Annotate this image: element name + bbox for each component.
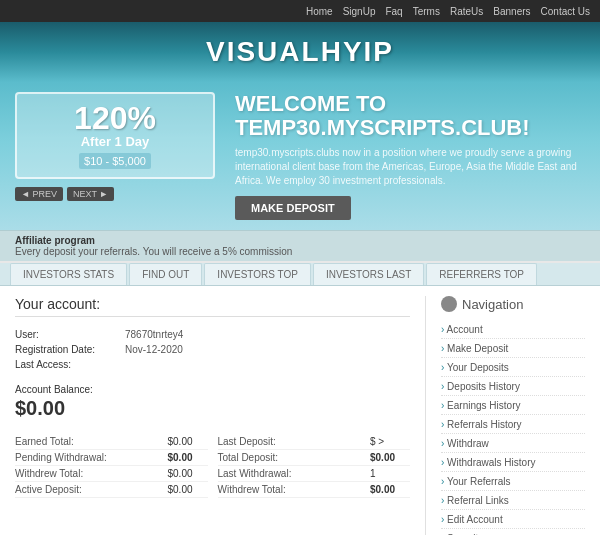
site-logo: VISUALHYIP	[206, 36, 394, 68]
tabs-bar: INVESTORS STATS FIND OUT INVESTORS TOP I…	[0, 263, 600, 286]
nav-link-account[interactable]: Account	[441, 324, 483, 335]
nav-item-account[interactable]: Account	[441, 320, 585, 339]
affiliate-bar: Affiliate program Every deposit your ref…	[0, 230, 600, 261]
nav-item-earningshistory[interactable]: Earnings History	[441, 396, 585, 415]
tab-investors-top[interactable]: INVESTORS TOP	[204, 263, 311, 285]
stat-earned: Earned Total: $0.00	[15, 434, 208, 450]
site-header: VISUALHYIP	[0, 22, 600, 82]
hero-section: 120% After 1 Day $10 - $5,000 ◄ PREV NEX…	[0, 82, 600, 230]
stat-lastdeposit-value: $ >	[370, 436, 410, 447]
stat-active-value: $0.00	[168, 484, 208, 495]
next-button[interactable]: NEXT ►	[67, 187, 114, 201]
stat-withdrew-total-label: Withdrew Total:	[218, 484, 371, 495]
nav-home[interactable]: Home	[306, 6, 333, 17]
user-value: 78670tnrtey4	[125, 327, 410, 342]
lastaccess-value	[125, 357, 410, 372]
tab-investors-last[interactable]: INVESTORS LAST	[313, 263, 424, 285]
nav-link-earningshistory[interactable]: Earnings History	[441, 400, 520, 411]
regdate-row: Registration Date: Nov-12-2020	[15, 342, 410, 357]
make-deposit-button[interactable]: MAKE DEPOSIT	[235, 196, 351, 220]
stat-pending: Pending Withdrawal: $0.00	[15, 450, 208, 466]
stat-lastwithdrawal-label: Last Withdrawal:	[218, 468, 371, 479]
nav-link-referralshistory[interactable]: Referrals History	[441, 419, 522, 430]
lastaccess-label: Last Access:	[15, 357, 125, 372]
stat-pending-label: Pending Withdrawal:	[15, 452, 168, 463]
affiliate-title: Affiliate program	[15, 235, 585, 246]
affiliate-desc: Every deposit your referrals. You will r…	[15, 246, 292, 257]
welcome-title: WELCOME TO TEMP30.MYSCRIPTS.CLUB!	[235, 92, 585, 140]
stat-withdrew-total-value: $0.00	[370, 484, 410, 495]
stats-right: Last Deposit: $ > Total Deposit: $0.00 L…	[218, 434, 411, 498]
top-navigation: Home SignUp Faq Terms RateUs Banners Con…	[0, 0, 600, 22]
nav-item-withdraw[interactable]: Withdraw	[441, 434, 585, 453]
nav-item-referralshistory[interactable]: Referrals History	[441, 415, 585, 434]
stats-left: Earned Total: $0.00 Pending Withdrawal: …	[15, 434, 208, 498]
nav-item-withdrawalshistory[interactable]: Withdrawals History	[441, 453, 585, 472]
navigation-title: Navigation	[462, 297, 523, 312]
stats-section: Earned Total: $0.00 Pending Withdrawal: …	[15, 434, 410, 498]
account-info: User: 78670tnrtey4 Registration Date: No…	[15, 327, 410, 372]
nav-link-referrallinks[interactable]: Referral Links	[441, 495, 509, 506]
nav-link-editaccount[interactable]: Edit Account	[441, 514, 503, 525]
stat-withdrew-label: Withdrew Total:	[15, 468, 168, 479]
stat-earned-value: $0.00	[168, 436, 208, 447]
regdate-label: Registration Date:	[15, 342, 125, 357]
nav-link-depositshistory[interactable]: Deposits History	[441, 381, 520, 392]
stat-withdrew-total: Withdrew Total: $0.00	[218, 482, 411, 498]
stat-active: Active Deposit: $0.00	[15, 482, 208, 498]
stat-lastwithdrawal: Last Withdrawal: 1	[218, 466, 411, 482]
nav-contact[interactable]: Contact Us	[541, 6, 590, 17]
stat-lastdeposit-label: Last Deposit:	[218, 436, 371, 447]
nav-link-withdraw[interactable]: Withdraw	[441, 438, 489, 449]
balance-label: Account Balance:	[15, 384, 410, 395]
nav-link-withdrawalshistory[interactable]: Withdrawals History	[441, 457, 535, 468]
rate-percent: 120%	[27, 102, 203, 134]
tab-referrers-top[interactable]: REFERRERS TOP	[426, 263, 537, 285]
nav-item-depositshistory[interactable]: Deposits History	[441, 377, 585, 396]
stat-withdrew: Withdrew Total: $0.00	[15, 466, 208, 482]
nav-faq[interactable]: Faq	[385, 6, 402, 17]
nav-terms[interactable]: Terms	[413, 6, 440, 17]
nav-section-header: Navigation	[441, 296, 585, 312]
hero-right: WELCOME TO TEMP30.MYSCRIPTS.CLUB! temp30…	[215, 92, 585, 220]
stat-active-label: Active Deposit:	[15, 484, 168, 495]
nav-rateus[interactable]: RateUs	[450, 6, 483, 17]
user-icon	[441, 296, 457, 312]
slider-nav: ◄ PREV NEXT ►	[15, 187, 215, 201]
nav-banners[interactable]: Banners	[493, 6, 530, 17]
left-panel: Your account: User: 78670tnrtey4 Registr…	[15, 296, 410, 535]
stat-pending-value: $0.00	[168, 452, 208, 463]
stat-lastdeposit: Last Deposit: $ >	[218, 434, 411, 450]
prev-button[interactable]: ◄ PREV	[15, 187, 63, 201]
nav-item-referrallinks[interactable]: Referral Links	[441, 491, 585, 510]
nav-item-editaccount[interactable]: Edit Account	[441, 510, 585, 529]
user-label: User:	[15, 327, 125, 342]
user-row: User: 78670tnrtey4	[15, 327, 410, 342]
tab-find-out[interactable]: FIND OUT	[129, 263, 202, 285]
rate-box: 120% After 1 Day $10 - $5,000	[15, 92, 215, 179]
nav-item-security[interactable]: Security	[441, 529, 585, 535]
balance-amount: $0.00	[15, 397, 410, 420]
account-section-title: Your account:	[15, 296, 410, 317]
welcome-desc: temp30.myscripts.clubs now in a position…	[235, 146, 585, 188]
nav-item-yourdeposits[interactable]: Your Deposits	[441, 358, 585, 377]
stat-totaldeposit: Total Deposit: $0.00	[218, 450, 411, 466]
regdate-value: Nov-12-2020	[125, 342, 410, 357]
nav-item-makedeposit[interactable]: Make Deposit	[441, 339, 585, 358]
stat-lastwithdrawal-value: 1	[370, 468, 410, 479]
nav-item-yourreferrals[interactable]: Your Referrals	[441, 472, 585, 491]
rate-after: After 1 Day	[27, 134, 203, 149]
main-content: Your account: User: 78670tnrtey4 Registr…	[0, 286, 600, 535]
stat-totaldeposit-label: Total Deposit:	[218, 452, 371, 463]
balance-section: Account Balance: $0.00	[15, 384, 410, 420]
hero-left: 120% After 1 Day $10 - $5,000 ◄ PREV NEX…	[15, 92, 215, 201]
tab-investors-stats[interactable]: INVESTORS STATS	[10, 263, 127, 285]
nav-link-makedeposit[interactable]: Make Deposit	[441, 343, 508, 354]
nav-link-yourdeposits[interactable]: Your Deposits	[441, 362, 509, 373]
navigation-links: Account Make Deposit Your Deposits Depos…	[441, 320, 585, 535]
right-panel: Navigation Account Make Deposit Your Dep…	[425, 296, 585, 535]
nav-link-yourreferrals[interactable]: Your Referrals	[441, 476, 511, 487]
stat-earned-label: Earned Total:	[15, 436, 168, 447]
nav-signup[interactable]: SignUp	[343, 6, 376, 17]
rate-range: $10 - $5,000	[79, 153, 151, 169]
